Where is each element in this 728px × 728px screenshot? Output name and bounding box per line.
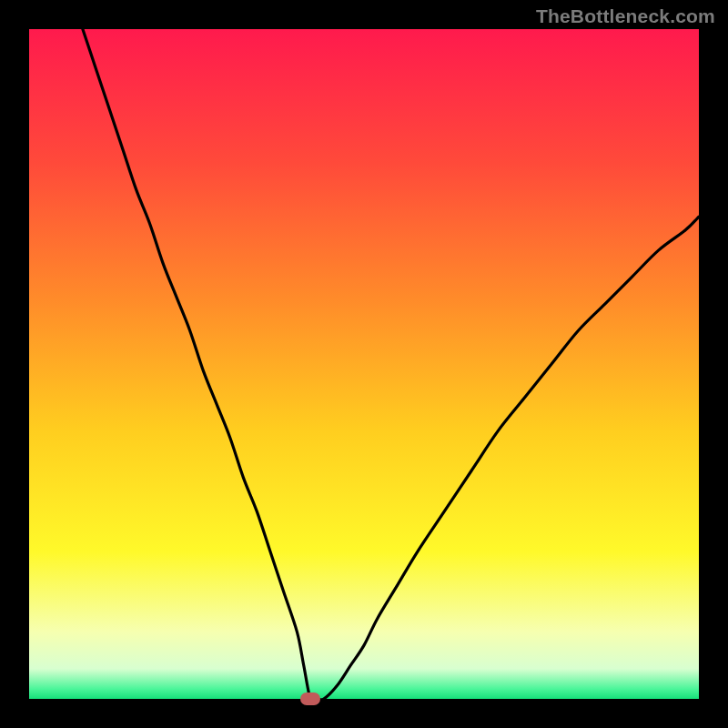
bottleneck-minimum-marker bbox=[300, 693, 320, 705]
bottleneck-chart bbox=[29, 29, 699, 699]
chart-background bbox=[29, 29, 699, 699]
watermark-text: TheBottleneck.com bbox=[536, 5, 715, 27]
chart-frame: TheBottleneck.com bbox=[0, 0, 728, 728]
